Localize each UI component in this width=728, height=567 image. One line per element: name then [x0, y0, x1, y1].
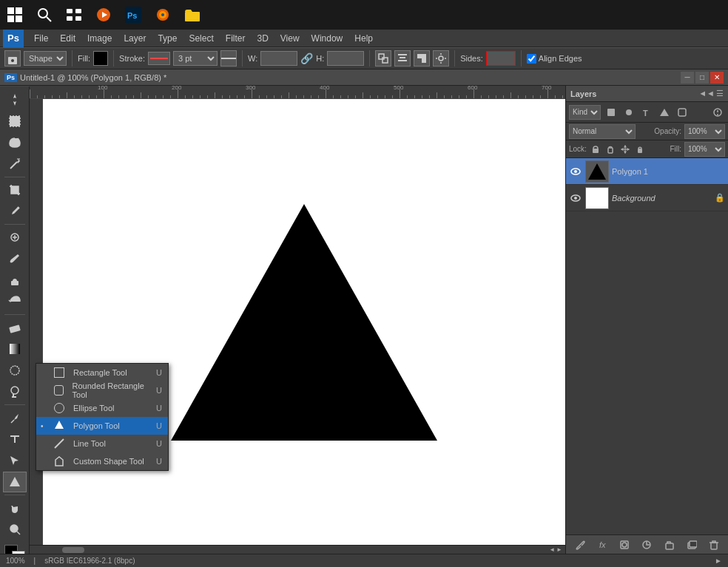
layer-visibility-background[interactable]	[569, 191, 582, 205]
text-tool-btn[interactable]	[3, 429, 27, 449]
fill-swatch[interactable]	[93, 51, 108, 66]
canvas-hscroll[interactable]: ◄ ►	[30, 545, 565, 554]
scroll-right-btn[interactable]: ►	[556, 546, 562, 553]
menu-edit[interactable]: Edit	[54, 32, 81, 45]
path-align-btn[interactable]	[394, 50, 411, 67]
opacity-select[interactable]: 100%	[684, 124, 725, 139]
filter-toggle-btn[interactable]	[710, 105, 725, 120]
healing-brush-btn[interactable]	[3, 227, 27, 248]
color-swatches[interactable]	[3, 545, 27, 554]
pen-tool-btn[interactable]	[3, 407, 27, 428]
firefox-icon[interactable]	[151, 3, 175, 27]
layer-visibility-polygon1[interactable]	[569, 165, 582, 178]
move-tool-btn[interactable]	[3, 89, 27, 110]
magic-wand-btn[interactable]	[3, 154, 27, 174]
ellipse-tool-menu-item[interactable]: Ellipse Tool U	[43, 399, 168, 417]
search-taskbar-icon[interactable]	[33, 3, 56, 27]
stamp-tool-btn[interactable]	[3, 270, 27, 291]
hscroll-thumb[interactable]	[62, 547, 84, 553]
menu-window[interactable]: Window	[306, 32, 349, 45]
menu-help[interactable]: Help	[348, 32, 379, 45]
tool-preset-btn[interactable]	[4, 50, 21, 67]
hand-tool-btn[interactable]	[3, 498, 27, 518]
close-btn[interactable]: ✕	[710, 72, 724, 84]
shape-mode-select[interactable]: Shape	[24, 51, 67, 66]
lasso-tool-btn[interactable]	[3, 132, 27, 153]
align-edges-label[interactable]: Align Edges	[527, 54, 582, 64]
menu-image[interactable]: Image	[81, 32, 118, 45]
scroll-arrow-right[interactable]: ►	[715, 557, 722, 565]
link-layers-btn[interactable]	[572, 537, 588, 553]
restore-btn[interactable]: □	[695, 72, 709, 84]
background-swatch[interactable]	[12, 551, 25, 554]
svg-rect-1	[16, 7, 22, 14]
stroke-style-btn[interactable]	[220, 50, 237, 67]
path-ops-btn[interactable]	[375, 50, 391, 67]
group-layers-btn[interactable]	[661, 537, 678, 553]
rounded-rectangle-tool-menu-item[interactable]: Rounded Rectangle Tool U	[43, 381, 168, 399]
menu-filter[interactable]: Filter	[220, 32, 252, 45]
link-icon[interactable]: 🔗	[300, 52, 313, 64]
add-mask-btn[interactable]	[616, 537, 633, 553]
canvas-wrapper[interactable]: Rectangle Tool U Rounded Rectangle Tool …	[43, 99, 565, 545]
stroke-swatch[interactable]	[148, 52, 170, 65]
stroke-width-select[interactable]: 3 pt	[173, 51, 218, 66]
fill-select[interactable]: 100%	[684, 142, 725, 157]
layer-item-polygon1[interactable]: Polygon 1	[566, 158, 728, 185]
filter-type-btn[interactable]: T	[639, 105, 654, 120]
crop-tool-btn[interactable]	[3, 180, 27, 200]
lock-image-btn[interactable]	[604, 143, 616, 155]
layers-menu-btn[interactable]: ☰	[716, 89, 724, 98]
menu-3d[interactable]: 3D	[251, 32, 274, 45]
layers-collapse-btn[interactable]: ◄◄	[698, 89, 715, 98]
rectangle-tool-menu-item[interactable]: Rectangle Tool U	[43, 364, 168, 381]
layer-fx-btn[interactable]: fx	[594, 537, 610, 553]
settings-btn[interactable]	[433, 50, 449, 67]
layer-item-background[interactable]: Background 🔒	[566, 185, 728, 211]
dodge-tool-btn[interactable]	[3, 381, 27, 402]
menu-layer[interactable]: Layer	[118, 32, 152, 45]
adjustment-layer-btn[interactable]	[638, 537, 655, 553]
zoom-tool-btn[interactable]	[3, 519, 27, 540]
polygon-tool-menu-item[interactable]: • Polygon Tool U	[43, 417, 168, 435]
blend-mode-select[interactable]: Normal	[569, 124, 636, 139]
menu-view[interactable]: View	[274, 32, 306, 45]
path-selection-btn[interactable]	[3, 450, 27, 471]
windows-icon[interactable]	[3, 3, 27, 27]
document-canvas[interactable]	[43, 99, 565, 545]
minimize-btn[interactable]: ─	[681, 72, 694, 84]
delete-layer-btn[interactable]	[706, 537, 722, 553]
filter-smart-btn[interactable]	[675, 105, 690, 120]
lock-all-btn[interactable]	[634, 143, 646, 155]
gradient-tool-btn[interactable]	[3, 339, 27, 359]
align-edges-checkbox[interactable]	[527, 54, 536, 64]
eyedropper-tool-btn[interactable]	[3, 201, 27, 222]
filter-shape-btn[interactable]	[657, 105, 672, 120]
filter-kind-select[interactable]: Kind	[569, 105, 601, 120]
menu-select[interactable]: Select	[183, 32, 219, 45]
path-arrange-btn[interactable]	[414, 50, 430, 67]
lock-move-btn[interactable]	[619, 143, 631, 155]
media-player-icon[interactable]	[92, 3, 115, 27]
ps-taskbar-icon[interactable]: Ps	[121, 3, 145, 27]
sides-input[interactable]: 3	[486, 51, 516, 66]
marquee-tool-btn[interactable]	[3, 111, 27, 132]
history-brush-btn[interactable]	[3, 291, 27, 312]
custom-shape-tool-menu-item[interactable]: Custom Shape Tool U	[43, 452, 168, 470]
menu-file[interactable]: File	[28, 32, 54, 45]
lock-transparent-btn[interactable]	[590, 143, 601, 155]
folder-icon[interactable]	[181, 3, 204, 27]
taskview-icon[interactable]	[62, 3, 86, 27]
filter-adjustment-btn[interactable]	[621, 105, 636, 120]
menu-type[interactable]: Type	[152, 32, 183, 45]
height-input[interactable]: 322.19	[327, 51, 364, 66]
new-layer-btn[interactable]	[684, 537, 700, 553]
shape-tool-btn[interactable]	[3, 472, 27, 492]
blur-tool-btn[interactable]	[3, 360, 27, 381]
scroll-left-btn[interactable]: ◄	[549, 546, 555, 553]
width-input[interactable]: 371.91	[260, 51, 297, 66]
filter-pixel-btn[interactable]	[604, 105, 619, 120]
eraser-tool-btn[interactable]	[3, 317, 27, 338]
brush-tool-btn[interactable]	[3, 248, 27, 269]
line-tool-menu-item[interactable]: Line Tool U	[43, 435, 168, 452]
